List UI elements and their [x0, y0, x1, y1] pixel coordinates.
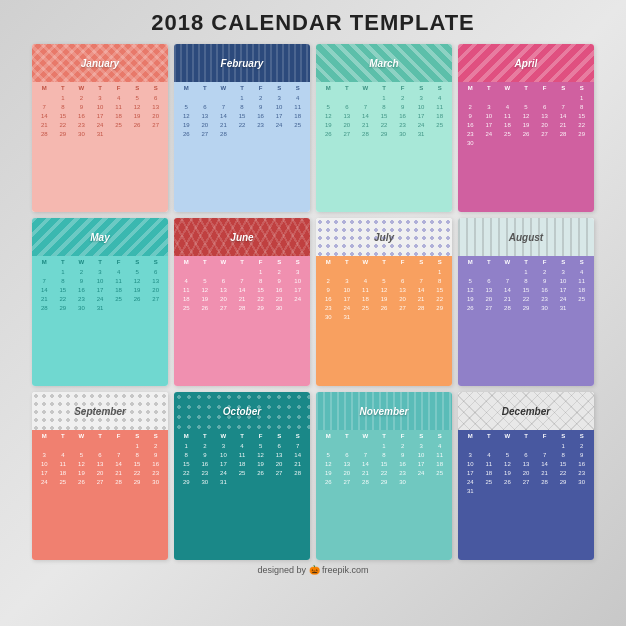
month-card-february: FebruaryMTWTFSS1234567891011121314151617…	[174, 44, 310, 212]
day-header-label: W	[214, 258, 233, 266]
day-cell: 29	[375, 129, 394, 138]
day-cell: 12	[517, 111, 536, 120]
day-cell: 13	[270, 450, 289, 459]
day-cell-empty	[128, 129, 147, 138]
day-cell: 18	[54, 468, 73, 477]
day-header-label: T	[480, 258, 499, 266]
day-cell-empty	[214, 267, 233, 276]
day-cell: 8	[251, 276, 270, 285]
month-card-september: SeptemberMTWTFSS123456789101112131415161…	[32, 392, 168, 560]
day-header-label: T	[338, 432, 357, 440]
day-cell: 18	[572, 285, 591, 294]
day-cell: 19	[319, 120, 338, 129]
day-cell-empty	[338, 93, 357, 102]
day-header-label: T	[517, 258, 536, 266]
day-header-label: S	[554, 84, 573, 92]
day-cell: 23	[393, 120, 412, 129]
day-cell: 15	[54, 285, 73, 294]
day-cell: 27	[91, 477, 110, 486]
day-cell: 13	[393, 285, 412, 294]
day-cell: 19	[128, 111, 147, 120]
day-cell: 15	[430, 285, 449, 294]
day-cell: 10	[412, 450, 431, 459]
day-cell: 2	[270, 267, 289, 276]
month-name-march: March	[369, 58, 398, 69]
month-name-august: August	[509, 232, 543, 243]
day-header-label: F	[251, 432, 270, 440]
day-cell-empty	[233, 477, 252, 486]
day-cell: 14	[214, 111, 233, 120]
day-cell: 22	[233, 120, 252, 129]
day-header-label: S	[146, 258, 165, 266]
day-cell: 22	[54, 120, 73, 129]
main-title: 2018 CALENDAR TEMPLATE	[151, 10, 475, 36]
day-cell: 10	[338, 285, 357, 294]
day-cell-empty	[146, 129, 165, 138]
day-header-label: M	[319, 258, 338, 266]
day-cell: 26	[72, 477, 91, 486]
month-card-march: MarchMTWTFSS1234567891011121314151617181…	[316, 44, 452, 212]
day-cell: 4	[430, 441, 449, 450]
day-cell: 18	[430, 459, 449, 468]
day-cell: 17	[214, 459, 233, 468]
day-cell-empty	[251, 477, 270, 486]
day-cell: 14	[535, 459, 554, 468]
day-cell-empty	[319, 93, 338, 102]
day-cell-empty	[128, 303, 147, 312]
day-cell: 31	[91, 129, 110, 138]
day-cell-empty	[35, 486, 54, 489]
day-header-label: S	[128, 84, 147, 92]
day-cell: 5	[177, 102, 196, 111]
day-cell-empty	[356, 267, 375, 276]
day-cell: 13	[214, 285, 233, 294]
day-cell: 25	[356, 303, 375, 312]
day-cell: 24	[91, 294, 110, 303]
day-cell: 17	[554, 285, 573, 294]
day-cell: 21	[356, 468, 375, 477]
day-cell: 5	[128, 93, 147, 102]
day-cell: 25	[109, 294, 128, 303]
day-cell: 19	[177, 120, 196, 129]
day-cell: 18	[288, 111, 307, 120]
day-cell: 29	[572, 129, 591, 138]
day-cell: 18	[498, 120, 517, 129]
day-cell: 30	[319, 312, 338, 321]
day-header-label: T	[338, 84, 357, 92]
day-cell: 19	[517, 120, 536, 129]
day-cell: 21	[109, 468, 128, 477]
day-cell-empty	[196, 138, 215, 141]
day-cell-empty	[430, 477, 449, 486]
day-cell: 16	[393, 111, 412, 120]
day-cell: 1	[177, 441, 196, 450]
day-cell: 29	[517, 303, 536, 312]
day-cell: 7	[35, 276, 54, 285]
day-cell: 11	[54, 459, 73, 468]
day-cell: 8	[572, 102, 591, 111]
day-cell-empty	[35, 312, 54, 315]
day-cell: 5	[196, 276, 215, 285]
month-card-november: NovemberMTWTFSS1234567891011121314151617…	[316, 392, 452, 560]
day-cell: 20	[480, 294, 499, 303]
day-header-label: W	[498, 258, 517, 266]
day-cell: 25	[54, 477, 73, 486]
day-cell: 11	[356, 285, 375, 294]
day-header-label: T	[91, 258, 110, 266]
day-header-label: M	[35, 258, 54, 266]
day-header-label: S	[288, 84, 307, 92]
day-cell: 10	[91, 276, 110, 285]
day-cell: 8	[54, 276, 73, 285]
day-cell: 16	[319, 294, 338, 303]
day-cell: 26	[461, 303, 480, 312]
day-cell-empty	[375, 267, 394, 276]
day-cell-empty	[72, 441, 91, 450]
day-cell: 9	[535, 276, 554, 285]
day-cell-empty	[554, 93, 573, 102]
day-cell: 4	[572, 267, 591, 276]
day-cell: 7	[109, 450, 128, 459]
day-cell-empty	[319, 138, 338, 141]
day-cell: 26	[517, 129, 536, 138]
day-cell: 9	[461, 111, 480, 120]
day-cell-empty	[412, 477, 431, 486]
month-name-february: February	[221, 58, 264, 69]
day-cell: 11	[288, 102, 307, 111]
